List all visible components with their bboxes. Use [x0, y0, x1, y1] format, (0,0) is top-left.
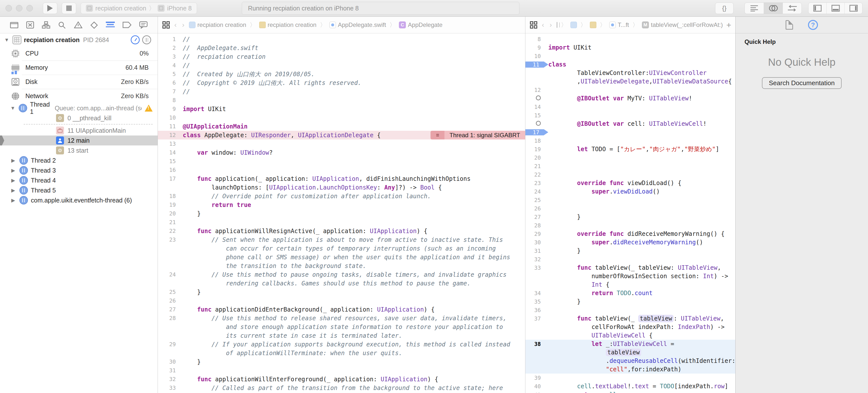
code-line[interactable]: 20	[525, 153, 735, 162]
code-line[interactable]: 8	[525, 35, 735, 43]
forward-button[interactable]: ›	[181, 21, 185, 29]
line-number[interactable]: 28	[158, 315, 183, 321]
code-line[interactable]: 28	[525, 221, 735, 230]
source-code-center[interactable]: 1//2// AppDelegate.swift3// recpiation c…	[158, 33, 525, 393]
code-line[interactable]: 12	[525, 86, 735, 94]
close-window-button[interactable]	[5, 5, 12, 11]
version-editor-button[interactable]	[783, 3, 802, 14]
toggle-navigator-button[interactable]	[808, 3, 827, 14]
code-line[interactable]: 24// Use this method to pause ongoing ta…	[158, 270, 525, 279]
line-number[interactable]: 20	[158, 210, 183, 217]
line-number[interactable]: 25	[158, 289, 183, 295]
line-number[interactable]: 27	[158, 306, 183, 312]
related-items-icon[interactable]	[162, 21, 170, 29]
stop-button[interactable]	[62, 2, 76, 14]
code-line[interactable]: ,UITableViewDelegate,UITableViewDataSour…	[525, 77, 735, 86]
code-line[interactable]: 30}	[158, 357, 525, 366]
code-line[interactable]: 5// Created by 山口侑大 on 2019/08/05.	[158, 70, 525, 79]
gauge-row-cpu[interactable]: CPU0%	[0, 46, 158, 61]
code-line[interactable]: 21	[525, 162, 735, 170]
line-number[interactable]: 39	[525, 375, 548, 381]
code-line[interactable]: 30super.didReceiveMemoryWarning()	[525, 238, 735, 247]
code-line[interactable]: 31}	[525, 247, 735, 255]
assistant-editor-button[interactable]	[764, 3, 783, 14]
code-line[interactable]: 28// Use this method to release shared r…	[158, 314, 525, 323]
code-line[interactable]: 24super.viewDidLoad()	[525, 187, 735, 196]
code-line[interactable]: 17	[525, 128, 735, 137]
line-number[interactable]: 9	[158, 106, 183, 112]
disclosure-closed-icon[interactable]: ▶	[10, 187, 17, 193]
line-number[interactable]: 33	[525, 265, 548, 271]
code-line[interactable]: 29// If your application supports backgr…	[158, 340, 525, 349]
line-number[interactable]: 12	[158, 132, 183, 138]
line-number[interactable]: 22	[158, 228, 183, 234]
split-editor-icon[interactable]	[557, 22, 558, 28]
error-detail-icon[interactable]: ≡	[431, 131, 444, 140]
stack-frame-row[interactable]: ⚙0 __pthread_kill	[0, 113, 158, 123]
line-number[interactable]: 14	[158, 149, 183, 156]
line-number[interactable]: 21	[158, 219, 183, 225]
library-button[interactable]: {}	[715, 2, 734, 14]
disclosure-open-icon[interactable]: ▼	[3, 37, 10, 43]
code-line[interactable]: 14	[525, 102, 735, 111]
code-line[interactable]: 16	[158, 165, 525, 174]
breakpoint-indicator[interactable]: 11	[525, 62, 548, 68]
code-line[interactable]: 9import UIKit	[158, 104, 525, 113]
line-number[interactable]: 24	[525, 188, 548, 195]
line-number[interactable]: 25	[525, 197, 548, 203]
thread-row[interactable]: ▶Thread 3	[0, 165, 158, 175]
symbol-navigator-icon[interactable]	[42, 21, 50, 29]
quick-help-inspector-icon[interactable]: ?	[808, 20, 818, 30]
breadcrumb-file[interactable]: T...ft	[609, 22, 629, 28]
back-button[interactable]: ‹	[173, 21, 178, 29]
breadcrumb-file[interactable]: AppDelegate.swift	[330, 22, 386, 28]
code-line[interactable]: TableViewController:UIViewController	[525, 69, 735, 77]
line-number[interactable]: 18	[525, 138, 548, 144]
line-number[interactable]: 32	[158, 376, 183, 382]
code-line[interactable]: 27func applicationDidEnterBackground(_ a…	[158, 305, 525, 314]
scheme-selector[interactable]: recpiation creation 〉 iPhone 8	[81, 2, 197, 14]
line-number[interactable]: 40	[525, 383, 548, 390]
gauge-view-button[interactable]	[131, 35, 140, 44]
disclosure-closed-icon[interactable]: ▶	[10, 157, 17, 163]
breakpoint-indicator[interactable]: 17	[525, 129, 548, 135]
code-line[interactable]: 18// Override point for customization af…	[158, 192, 525, 201]
line-number[interactable]: 16	[158, 167, 183, 173]
code-line[interactable]: UITableViewCell {	[525, 331, 735, 340]
code-line[interactable]: 6// Copyright © 2019 山口侑大. All rights re…	[158, 79, 525, 87]
line-number[interactable]: 6	[158, 80, 183, 86]
code-line[interactable]: 12class AppDelegate: UIResponder, UIAppl…	[158, 131, 525, 140]
line-number[interactable]: 22	[525, 172, 548, 178]
code-line[interactable]: 17func application(_ application: UIAppl…	[158, 174, 525, 183]
code-line[interactable]: 40cell.textLabel!.text = TODO[indexPath.…	[525, 382, 735, 391]
disclosure-closed-icon[interactable]: ▶	[10, 197, 17, 203]
code-line[interactable]: 3// recpiation creation	[158, 52, 525, 61]
code-line[interactable]: 33// Called as part of the transition fr…	[158, 384, 525, 392]
thread-row[interactable]: ▶Thread 5	[0, 185, 158, 195]
code-line[interactable]: 22func applicationWillResignActive(_ app…	[158, 226, 525, 235]
run-button[interactable]	[43, 2, 57, 14]
code-line[interactable]: @IBOutlet var cell: UITableViewCell!	[525, 120, 735, 128]
line-number[interactable]: 31	[525, 248, 548, 254]
code-line[interactable]: the transition to the background state.	[158, 262, 525, 270]
minimize-window-button[interactable]	[16, 5, 23, 11]
line-number[interactable]: 30	[525, 239, 548, 246]
code-line[interactable]: 38let _:UITableViewCell =	[525, 340, 735, 348]
related-items-icon[interactable]	[530, 21, 537, 29]
code-line[interactable]: 35}	[525, 297, 735, 306]
thread-1-row[interactable]: ▼ Thread 1 Queue: com.app...ain-thread (…	[0, 103, 158, 113]
code-line[interactable]: 13	[158, 140, 525, 148]
thread-row[interactable]: ▶Thread 2	[0, 155, 158, 165]
code-line[interactable]: its current state in case it is terminat…	[158, 331, 525, 340]
forward-button[interactable]: ›	[549, 21, 553, 29]
test-navigator-icon[interactable]	[90, 21, 98, 29]
outlet-connector-icon[interactable]	[525, 95, 548, 101]
disclosure-closed-icon[interactable]: ▶	[10, 177, 17, 183]
breadcrumb-group[interactable]: recpiation creation	[259, 22, 316, 28]
toggle-inspector-button[interactable]	[844, 3, 862, 14]
code-line[interactable]: of applicationWillTerminate: when the us…	[158, 349, 525, 357]
line-number[interactable]: 32	[525, 256, 548, 263]
line-number[interactable]: 2	[158, 45, 183, 51]
line-number[interactable]: 11	[158, 123, 183, 129]
line-number[interactable]: 20	[525, 155, 548, 161]
